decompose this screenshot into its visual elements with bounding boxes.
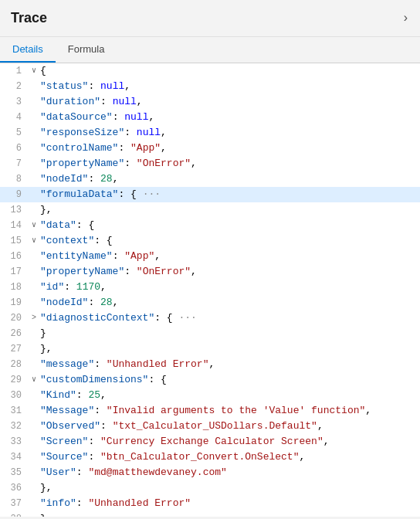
table-row: 17 "propertyName": "OnError", [0, 264, 420, 280]
table-row: 19 "nodeId": 28, [0, 295, 420, 310]
table-row: 3 "duration": null, [0, 94, 420, 110]
page-title: Trace [11, 10, 47, 26]
line-number: 37 [0, 496, 28, 511]
table-row: 5 "responseSize": null, [0, 125, 420, 141]
line-number: 1 [0, 63, 28, 79]
line-number: 17 [0, 264, 28, 280]
table-row: 28 "message": "Unhandled Error", [0, 357, 420, 372]
table-row: 14∨ "data": { [0, 218, 420, 233]
table-row: 20> "diagnosticContext": { ··· [0, 310, 420, 326]
line-number: 8 [0, 171, 28, 187]
line-number: 26 [0, 326, 28, 341]
line-number: 35 [0, 465, 28, 480]
table-row: 37 "info": "Unhandled Error" [0, 496, 420, 511]
line-number: 14 [0, 218, 28, 233]
tab-bar: Details Formula [0, 37, 420, 63]
table-row: 29∨ "customDimensions": { [0, 372, 420, 388]
line-number: 9 [0, 187, 28, 202]
expand-toggle[interactable]: ∨ [28, 63, 40, 79]
line-number: 29 [0, 372, 28, 388]
table-row: 26 } [0, 326, 420, 341]
line-number: 30 [0, 388, 28, 403]
line-number: 34 [0, 449, 28, 465]
code-viewer: 1∨{2 "status": null,3 "duration": null,4… [0, 63, 420, 517]
table-row: 27 }, [0, 341, 420, 357]
line-number: 16 [0, 249, 28, 264]
expand-toggle[interactable]: ∨ [28, 218, 40, 233]
table-row: 9 "formulaData": { ··· [0, 187, 420, 202]
expand-toggle[interactable]: ∨ [28, 372, 40, 388]
table-row: 7 "propertyName": "OnError", [0, 156, 420, 171]
line-number: 13 [0, 202, 28, 218]
line-number: 27 [0, 341, 28, 357]
line-number: 31 [0, 403, 28, 419]
line-number: 6 [0, 141, 28, 156]
table-row: 13 }, [0, 202, 420, 218]
table-row: 2 "status": null, [0, 79, 420, 94]
line-number: 15 [0, 233, 28, 249]
expand-toggle[interactable]: ∨ [28, 233, 40, 249]
header: Trace › [0, 0, 420, 37]
chevron-right-icon[interactable]: › [401, 12, 409, 25]
line-number: 4 [0, 110, 28, 125]
line-number: 19 [0, 295, 28, 310]
tab-details[interactable]: Details [0, 37, 56, 63]
line-number: 5 [0, 125, 28, 141]
table-row: 32 "Observed": "txt_Calculator_USDollars… [0, 419, 420, 434]
table-row: 15∨ "context": { [0, 233, 420, 249]
table-row: 6 "controlName": "App", [0, 141, 420, 156]
table-row: 34 "Source": "btn_Calculator_Convert.OnS… [0, 449, 420, 465]
tab-formula[interactable]: Formula [56, 37, 117, 63]
line-number: 36 [0, 480, 28, 496]
line-number: 3 [0, 94, 28, 110]
table-row: 30 "Kind": 25, [0, 388, 420, 403]
expand-toggle[interactable]: > [28, 310, 40, 326]
table-row: 16 "entityName": "App", [0, 249, 420, 264]
table-row: 38 } [0, 511, 420, 517]
line-number: 20 [0, 310, 28, 326]
table-row: 8 "nodeId": 28, [0, 171, 420, 187]
table-row: 4 "dataSource": null, [0, 110, 420, 125]
line-number: 28 [0, 357, 28, 372]
line-number: 32 [0, 419, 28, 434]
line-number: 7 [0, 156, 28, 171]
table-row: 35 "User": "md@matthewdevaney.com" [0, 465, 420, 480]
table-row: 36 }, [0, 480, 420, 496]
line-number: 18 [0, 280, 28, 295]
table-row: 1∨{ [0, 63, 420, 79]
table-row: 18 "id": 1170, [0, 280, 420, 295]
table-row: 31 "Message": "Invalid arguments to the … [0, 403, 420, 419]
line-number: 38 [0, 511, 28, 517]
line-number: 2 [0, 79, 28, 94]
line-number: 33 [0, 434, 28, 449]
table-row: 33 "Screen": "Currency Exchange Calculat… [0, 434, 420, 449]
